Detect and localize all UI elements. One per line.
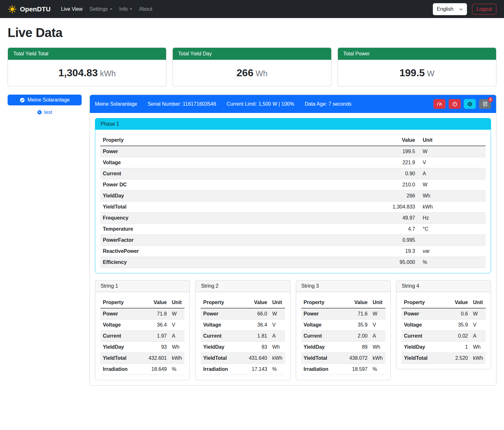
table-row: Current2.00A — [301, 331, 385, 342]
table-row: Current1.97A — [100, 331, 184, 342]
value-text: 1,304.83 — [58, 67, 98, 78]
value-cell: 71.6 — [340, 308, 370, 320]
string-body: Property Value Unit Power66.0WVoltage36.… — [196, 292, 290, 380]
unit-header: Unit — [470, 297, 486, 308]
string-table: Property Value Unit Power71.6WVoltage35.… — [301, 297, 385, 375]
table-row: Power199.5W — [100, 146, 486, 157]
value-cell: 2.520 — [444, 353, 470, 364]
unit-cell: W — [418, 179, 486, 190]
value-cell: 266 — [290, 190, 418, 202]
chevron-down-icon — [459, 7, 463, 11]
table-row: YieldDay89Wh — [301, 342, 385, 353]
table-row: Irradiation17.143% — [201, 364, 285, 375]
brand-label: OpenDTU — [20, 5, 51, 13]
property-cell: Frequency — [100, 213, 290, 224]
value-text: 199.5 — [399, 67, 425, 78]
property-cell: Voltage — [100, 320, 139, 331]
value-header: Value — [139, 297, 169, 308]
sidebar-item-test[interactable]: test — [8, 109, 82, 115]
nav-about[interactable]: About — [136, 4, 156, 15]
unit-cell: °C — [418, 224, 486, 235]
page-title: Live Data — [8, 26, 496, 40]
table-row: YieldDay93Wh — [100, 342, 184, 353]
limit-settings-button[interactable] — [433, 99, 445, 109]
device-info-button[interactable] — [464, 99, 476, 109]
card-title: Total Yield Total — [8, 48, 166, 60]
summary-row: Total Yield Total 1,304.83kWh Total Yiel… — [8, 47, 496, 86]
property-cell: YieldDay — [100, 190, 290, 202]
logout-button[interactable]: Logout — [472, 4, 496, 15]
nav-settings[interactable]: Settings — [86, 4, 116, 15]
string-table: Property Value Unit Power66.0WVoltage36.… — [201, 297, 285, 375]
value-cell: 0.02 — [444, 331, 470, 342]
property-cell: Power — [100, 146, 290, 157]
nav-settings-label: Settings — [90, 6, 108, 12]
unit-cell: % — [270, 364, 285, 375]
property-header: Property — [401, 297, 444, 308]
value-header: Value — [340, 297, 370, 308]
caret-down-icon — [130, 9, 132, 10]
table-row: Voltage35.9V — [301, 320, 385, 331]
unit-cell: kWh — [418, 202, 486, 213]
table-row: YieldDay266Wh — [100, 190, 486, 202]
data-age: Data Age: 7 seconds — [305, 101, 352, 107]
string-card-2: String 2 Property Value Unit — [195, 280, 290, 380]
inverter-button-label: Meine Solaranlage — [28, 97, 70, 103]
value-cell: 66.0 — [240, 308, 270, 320]
table-row: Power DC210.0W — [100, 179, 486, 190]
table-row: YieldTotal431.640kWh — [201, 353, 285, 364]
string-title: String 3 — [296, 280, 390, 292]
nav-info[interactable]: Info — [116, 4, 136, 15]
table-row: Current0.90A — [100, 168, 486, 179]
value-cell: 1.81 — [240, 331, 270, 342]
nav-live-view[interactable]: Live View — [58, 4, 86, 15]
unit-cell: % — [418, 257, 486, 268]
string-title: String 1 — [95, 280, 190, 292]
string-card-1: String 1 Property Value Unit — [95, 280, 190, 380]
unit-cell: W — [370, 308, 385, 320]
power-button[interactable] — [449, 99, 461, 109]
table-row: ReactivePower19.3var — [100, 246, 486, 257]
table-row: PowerFactor0.995 — [100, 235, 486, 246]
inverter-panel: Meine Solaranlage Serial Number: 1161716… — [90, 95, 496, 386]
property-cell: Power — [201, 308, 239, 320]
x-circle-icon — [37, 110, 42, 115]
value-text: 266 — [237, 67, 253, 78]
property-cell: Current — [100, 168, 290, 179]
property-header: Property — [100, 135, 290, 146]
unit-cell: Wh — [370, 342, 385, 353]
property-cell: YieldDay — [401, 342, 444, 353]
property-cell: Efficiency — [100, 257, 290, 268]
unit-cell: Wh — [418, 190, 486, 202]
unit-cell: V — [370, 320, 385, 331]
property-cell: Current — [201, 331, 239, 342]
value-cell: 89 — [340, 342, 370, 353]
event-log-button[interactable]: 2 — [479, 99, 491, 109]
property-cell: Irradiation — [201, 364, 239, 375]
unit-cell: V — [169, 320, 184, 331]
table-row: Voltage36.4V — [100, 320, 184, 331]
navbar: OpenDTU Live View Settings Info About En… — [0, 0, 504, 18]
property-header: Property — [301, 297, 340, 308]
value-header: Value — [290, 135, 418, 146]
unit-header: Unit — [270, 297, 285, 308]
string-table: Property Value Unit Power71.8WVoltage36.… — [100, 297, 184, 375]
language-select[interactable]: English — [433, 3, 467, 15]
brand[interactable]: OpenDTU — [8, 4, 51, 14]
property-cell: Power DC — [100, 179, 290, 190]
unit-cell: W — [418, 146, 486, 157]
inverter-select-button[interactable]: Meine Solaranlage — [8, 95, 82, 105]
table-row: YieldTotal1,304.833kWh — [100, 202, 486, 213]
unit-cell: A — [169, 331, 184, 342]
phase-card: Phase 1 Property Value Unit Power199.5WV… — [95, 118, 491, 273]
value-cell: 1,304.833 — [290, 202, 418, 213]
table-header-row: Property Value Unit — [100, 135, 486, 146]
test-label: test — [44, 109, 52, 115]
value-cell: 199.5 — [290, 146, 418, 157]
unit-cell: % — [370, 364, 385, 375]
value-cell: 36.4 — [139, 320, 169, 331]
value-cell: 0.6 — [444, 308, 470, 320]
property-cell: Voltage — [401, 320, 444, 331]
unit-cell: kWh — [270, 353, 285, 364]
navbar-right: English Logout — [433, 3, 496, 15]
